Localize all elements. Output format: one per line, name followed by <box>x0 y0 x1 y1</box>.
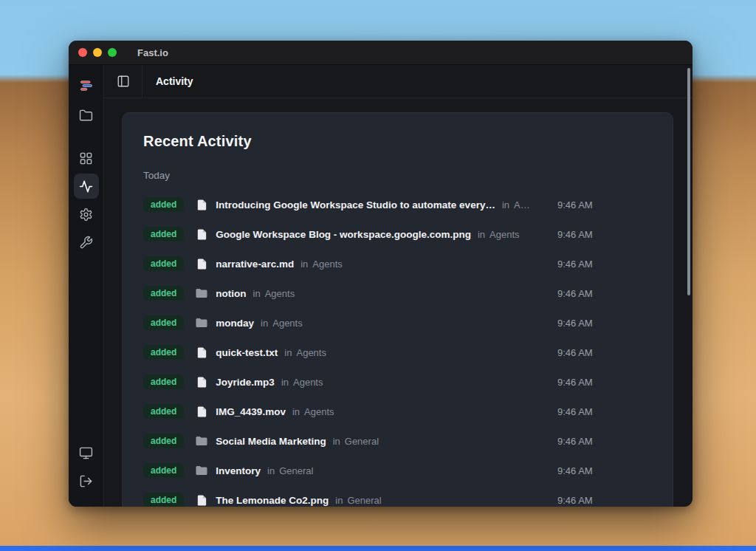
added-badge: added <box>143 197 184 212</box>
item-time: 9:46 AM <box>557 199 606 211</box>
fastio-logo[interactable] <box>74 73 99 98</box>
topbar: Activity <box>104 65 693 98</box>
added-badge: added <box>143 256 184 271</box>
panel-left-icon <box>117 75 130 88</box>
sidebar <box>69 65 104 507</box>
item-name: notion <box>216 288 246 299</box>
sidebar-item-activity[interactable] <box>74 174 99 199</box>
item-time: 9:46 AM <box>557 465 606 476</box>
item-time: 9:46 AM <box>557 259 606 270</box>
added-badge: added <box>143 227 184 242</box>
in-label: in <box>478 229 485 240</box>
item-location: General <box>279 465 313 476</box>
in-label: in <box>333 436 340 447</box>
activity-row[interactable]: added quick-test.txt in Agents 9:46 AM <box>143 338 652 367</box>
sidebar-toggle-button[interactable] <box>104 65 142 97</box>
vertical-scrollbar-thumb[interactable] <box>687 68 690 295</box>
item-location: Agents <box>296 347 326 358</box>
close-button[interactable] <box>78 48 87 57</box>
folder-icon <box>195 434 208 448</box>
app-window: Fast.io <box>69 41 693 507</box>
added-badge: added <box>143 374 184 389</box>
recent-activity-heading: Recent Activity <box>143 133 652 150</box>
item-name: narrative-arc.md <box>216 259 294 270</box>
apps-grid-icon <box>79 151 93 165</box>
item-time: 9:46 AM <box>557 229 606 240</box>
item-location: Agents <box>312 259 342 270</box>
added-badge: added <box>143 434 184 448</box>
item-location: Agents <box>293 377 323 388</box>
activity-row[interactable]: added Inventory in General 9:46 AM <box>143 456 652 485</box>
item-name: The Lemonade Co2.png <box>216 495 329 506</box>
item-location: Agents <box>304 406 334 417</box>
sidebar-item-tools[interactable] <box>74 230 99 255</box>
activity-row[interactable]: added Google Workspace Blog - workspace.… <box>143 219 652 249</box>
sidebar-item-display[interactable] <box>74 440 99 465</box>
logout-icon <box>79 474 93 488</box>
content-area: Recent Activity Today added Introducing … <box>104 98 693 507</box>
added-badge: added <box>143 404 184 419</box>
file-icon <box>196 199 208 211</box>
activity-row[interactable]: added narrative-arc.md in Agents 9:46 AM <box>143 249 652 278</box>
minimize-button[interactable] <box>93 48 102 57</box>
item-name: monday <box>216 318 254 329</box>
item-time: 9:46 AM <box>557 377 606 388</box>
item-name: Introducing Google Workspace Studio to a… <box>216 199 495 211</box>
desktop-bottom-strip <box>0 546 756 551</box>
group-label-today: Today <box>143 170 652 181</box>
sidebar-item-files[interactable] <box>74 103 99 128</box>
folder-icon <box>195 464 208 477</box>
in-label: in <box>292 406 300 417</box>
in-label: in <box>284 347 292 358</box>
in-label: in <box>261 318 268 329</box>
activity-list: added Introducing Google Workspace Studi… <box>143 190 652 507</box>
activity-row[interactable]: added notion in Agents 9:46 AM <box>143 278 652 308</box>
activity-row[interactable]: added IMG_4439.mov in Agents 9:46 AM <box>143 397 652 426</box>
item-location: Agents <box>489 229 519 240</box>
gear-icon <box>79 208 93 222</box>
sidebar-item-apps[interactable] <box>74 146 99 171</box>
item-name: Joyride.mp3 <box>216 377 275 388</box>
folder-icon <box>195 316 208 329</box>
sidebar-item-logout[interactable] <box>74 468 99 493</box>
in-label: in <box>267 465 275 476</box>
added-badge: added <box>143 493 184 507</box>
item-time: 9:46 AM <box>557 406 606 417</box>
activity-row[interactable]: added Introducing Google Workspace Studi… <box>143 190 652 219</box>
activity-row[interactable]: added The Lemonade Co2.png in General 9:… <box>143 485 652 507</box>
added-badge: added <box>143 345 184 360</box>
zoom-button[interactable] <box>108 48 117 57</box>
item-location: Agents <box>272 318 302 329</box>
window-titlebar: Fast.io <box>69 41 693 65</box>
item-time: 9:46 AM <box>557 318 606 329</box>
added-badge: added <box>143 286 184 301</box>
item-location: General <box>347 495 381 506</box>
file-icon <box>196 376 208 389</box>
activity-row[interactable]: added Social Media Marketing in General … <box>143 426 652 456</box>
sidebar-item-settings[interactable] <box>74 202 99 227</box>
added-badge: added <box>143 463 184 478</box>
item-location: Agents <box>265 288 295 299</box>
activity-icon <box>79 179 93 194</box>
activity-row[interactable]: added monday in Agents 9:46 AM <box>143 308 652 338</box>
traffic-lights <box>78 48 117 57</box>
item-name: Social Media Marketing <box>216 436 326 447</box>
wrench-icon <box>79 236 93 250</box>
window-title: Fast.io <box>137 47 168 58</box>
item-time: 9:46 AM <box>557 436 606 447</box>
item-location: General <box>345 436 379 447</box>
in-label: in <box>300 259 308 270</box>
added-badge: added <box>143 315 184 330</box>
item-name: Inventory <box>216 465 261 476</box>
item-name: Google Workspace Blog - workspace.google… <box>216 229 471 240</box>
file-icon <box>196 228 208 241</box>
page-title: Activity <box>156 75 193 87</box>
item-time: 9:46 AM <box>557 347 606 358</box>
file-icon <box>196 405 208 418</box>
in-label: in <box>281 377 289 388</box>
in-label: in <box>335 495 343 506</box>
folder-icon <box>79 109 93 123</box>
fastio-logo-icon <box>79 78 94 93</box>
in-label: in <box>502 199 509 211</box>
activity-row[interactable]: added Joyride.mp3 in Agents 9:46 AM <box>143 367 652 397</box>
